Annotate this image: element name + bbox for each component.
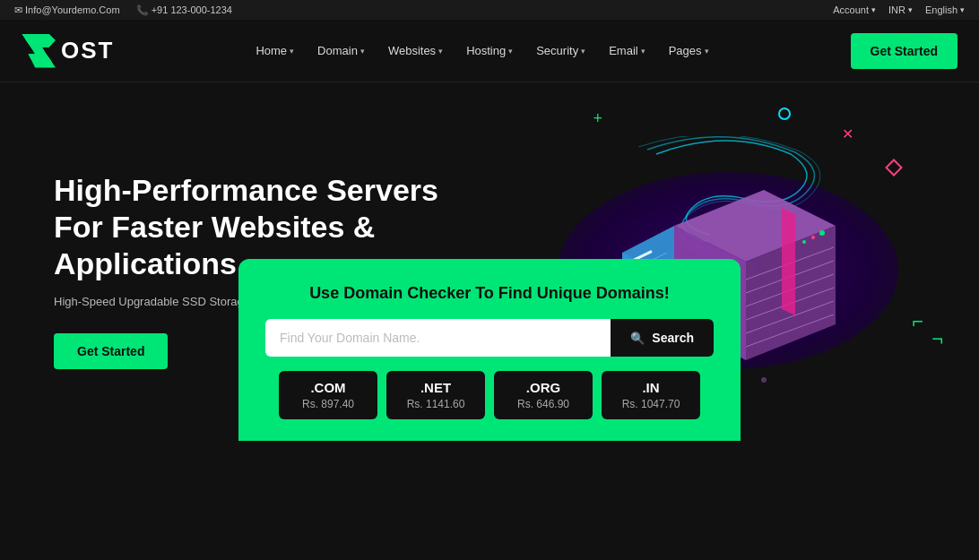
svg-point-25 <box>819 230 825 236</box>
svg-point-26 <box>811 236 815 239</box>
hero-section: + ✕ ⌐ ¬ High-Performance Servers For Fas… <box>0 82 979 441</box>
nav-security[interactable]: Security <box>527 39 594 63</box>
domain-checker-title: Use Domain Checker To Find Unique Domain… <box>265 284 714 303</box>
deco-plus-1: + <box>593 109 602 128</box>
account-menu[interactable]: Account <box>833 4 876 15</box>
domain-pill-com[interactable]: .COM Rs. 897.40 <box>279 371 377 419</box>
nav-email[interactable]: Email <box>600 39 654 63</box>
currency-menu[interactable]: INR <box>888 4 913 15</box>
svg-point-27 <box>802 240 806 244</box>
domain-pill-org[interactable]: .ORG Rs. 646.90 <box>494 371 593 419</box>
language-menu[interactable]: English <box>925 4 965 15</box>
top-bar-left: ✉ Info@Yourdemo.Com 📞 +91 123-000-1234 <box>14 4 232 16</box>
search-icon: 🔍 <box>630 332 645 345</box>
nav-pages[interactable]: Pages <box>660 39 718 63</box>
logo[interactable]: OST <box>22 34 114 68</box>
domain-search-button[interactable]: 🔍 Search <box>611 319 714 357</box>
logo-text: OST <box>61 37 114 65</box>
navbar: OST Home Domain Websites Hosting Securit… <box>0 20 979 82</box>
domain-pills: .COM Rs. 897.40 .NET Rs. 1141.60 .ORG Rs… <box>265 371 714 419</box>
nav-hosting[interactable]: Hosting <box>457 39 522 63</box>
hero-cta-button[interactable]: Get Started <box>54 333 168 369</box>
svg-point-34 <box>761 377 767 383</box>
nav-links: Home Domain Websites Hosting Security Em… <box>247 39 717 63</box>
top-bar-right: Account INR English <box>833 4 965 15</box>
domain-pill-in[interactable]: .IN Rs. 1047.70 <box>602 371 700 419</box>
nav-websites[interactable]: Websites <box>379 39 452 63</box>
nav-home[interactable]: Home <box>247 39 303 63</box>
navbar-cta-button[interactable]: Get Started <box>851 33 957 69</box>
email-contact: ✉ Info@Yourdemo.Com <box>14 4 120 16</box>
domain-search-row: 🔍 Search <box>265 319 714 357</box>
deco-bracket-r: ¬ <box>931 328 943 351</box>
logo-icon <box>22 34 56 68</box>
domain-pill-net[interactable]: .NET Rs. 1141.60 <box>386 371 485 419</box>
svg-marker-0 <box>25 36 52 66</box>
phone-contact: 📞 +91 123-000-1234 <box>136 4 232 16</box>
nav-domain[interactable]: Domain <box>308 39 374 63</box>
deco-circle-1 <box>778 108 791 120</box>
svg-marker-28 <box>782 208 795 315</box>
domain-checker-card: Use Domain Checker To Find Unique Domain… <box>238 259 741 441</box>
top-bar: ✉ Info@Yourdemo.Com 📞 +91 123-000-1234 A… <box>0 0 979 20</box>
domain-search-input[interactable] <box>265 319 611 357</box>
